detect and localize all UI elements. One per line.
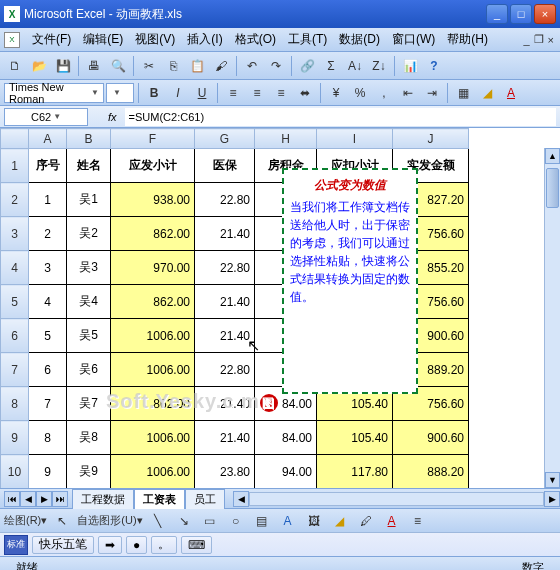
line-button[interactable]: ╲ xyxy=(147,510,169,532)
cell[interactable]: 21.40 xyxy=(195,285,255,319)
sheet-tab[interactable]: 工资表 xyxy=(134,489,185,509)
bold-button[interactable]: B xyxy=(143,82,165,104)
table-header-cell[interactable]: 序号 xyxy=(29,149,67,183)
cell[interactable]: 8 xyxy=(29,421,67,455)
autoshapes-menu[interactable]: 自选图形(U)▾ xyxy=(77,513,142,528)
cell[interactable]: 3 xyxy=(29,251,67,285)
align-right-button[interactable]: ≡ xyxy=(270,82,292,104)
scroll-left-button[interactable]: ◀ xyxy=(233,491,249,507)
table-header-cell[interactable]: 应发小计 xyxy=(111,149,195,183)
tab-next-button[interactable]: ▶ xyxy=(36,491,52,507)
cell[interactable]: 吴1 xyxy=(67,183,111,217)
close-button[interactable]: × xyxy=(534,4,556,24)
cell[interactable]: 94.00 xyxy=(255,455,317,489)
cell[interactable]: 22.80 xyxy=(195,353,255,387)
cell[interactable]: 938.00 xyxy=(111,183,195,217)
select-objects-button[interactable]: ↖ xyxy=(51,510,73,532)
tab-last-button[interactable]: ⏭ xyxy=(52,491,68,507)
cell[interactable]: 吴9 xyxy=(67,455,111,489)
menu-item[interactable]: 插入(I) xyxy=(181,29,228,50)
formula-input[interactable]: =SUM(C2:C61) xyxy=(125,108,556,126)
cell[interactable]: 吴2 xyxy=(67,217,111,251)
merge-center-button[interactable]: ⬌ xyxy=(294,82,316,104)
cell[interactable]: 1006.00 xyxy=(111,353,195,387)
menu-item[interactable]: 编辑(E) xyxy=(77,29,129,50)
menu-item[interactable]: 工具(T) xyxy=(282,29,333,50)
ime-mode-1-icon[interactable]: ➡ xyxy=(98,536,122,554)
hyperlink-button[interactable]: 🔗 xyxy=(296,55,318,77)
print-button[interactable]: 🖶 xyxy=(83,55,105,77)
cell[interactable]: 7 xyxy=(29,387,67,421)
row-header[interactable]: 4 xyxy=(1,251,29,285)
arrow-button[interactable]: ↘ xyxy=(173,510,195,532)
cell[interactable]: 吴8 xyxy=(67,421,111,455)
line-style-button[interactable]: ≡ xyxy=(407,510,429,532)
row-header[interactable]: 10 xyxy=(1,455,29,489)
preview-button[interactable]: 🔍 xyxy=(107,55,129,77)
cell[interactable]: 1006.00 xyxy=(111,455,195,489)
copy-button[interactable]: ⎘ xyxy=(162,55,184,77)
cell[interactable]: 2 xyxy=(29,217,67,251)
align-left-button[interactable]: ≡ xyxy=(222,82,244,104)
column-header[interactable]: J xyxy=(393,129,469,149)
row-header[interactable]: 7 xyxy=(1,353,29,387)
menu-item[interactable]: 视图(V) xyxy=(129,29,181,50)
cell[interactable]: 21.40 xyxy=(195,421,255,455)
select-all-corner[interactable] xyxy=(1,129,29,149)
cell[interactable]: 23.80 xyxy=(195,455,255,489)
cell[interactable]: 117.80 xyxy=(317,455,393,489)
fill-color-button[interactable]: ◢ xyxy=(329,510,351,532)
fx-icon[interactable]: fx xyxy=(108,111,117,123)
mdi-restore-button[interactable]: ❐ xyxy=(534,33,544,46)
cell[interactable]: 6 xyxy=(29,353,67,387)
cell[interactable]: 900.60 xyxy=(393,421,469,455)
menu-item[interactable]: 数据(D) xyxy=(333,29,386,50)
cell[interactable]: 吴5 xyxy=(67,319,111,353)
column-header[interactable]: H xyxy=(255,129,317,149)
font-size-dropdown[interactable]: ▼ xyxy=(106,83,134,103)
row-header[interactable]: 5 xyxy=(1,285,29,319)
ime-mode-3-icon[interactable]: 。 xyxy=(151,536,177,554)
cell[interactable]: 吴3 xyxy=(67,251,111,285)
vertical-scrollbar[interactable]: ▲ ▼ xyxy=(544,148,560,488)
cut-button[interactable]: ✂ xyxy=(138,55,160,77)
column-header[interactable]: I xyxy=(317,129,393,149)
cell[interactable]: 吴7 xyxy=(67,387,111,421)
cell[interactable]: 862.00 xyxy=(111,217,195,251)
row-header[interactable]: 1 xyxy=(1,149,29,183)
menu-item[interactable]: 文件(F) xyxy=(26,29,77,50)
autosum-button[interactable]: Σ xyxy=(320,55,342,77)
undo-button[interactable]: ↶ xyxy=(241,55,263,77)
line-color-button[interactable]: 🖊 xyxy=(355,510,377,532)
sort-asc-button[interactable]: A↓ xyxy=(344,55,366,77)
format-painter-button[interactable]: 🖌 xyxy=(210,55,232,77)
cell[interactable]: 9 xyxy=(29,455,67,489)
cell[interactable]: 5 xyxy=(29,319,67,353)
tab-first-button[interactable]: ⏮ xyxy=(4,491,20,507)
cell[interactable]: 21.40 xyxy=(195,217,255,251)
fill-color-button[interactable]: ◢ xyxy=(476,82,498,104)
font-color-button[interactable]: A xyxy=(500,82,522,104)
clipart-button[interactable]: 🖼 xyxy=(303,510,325,532)
row-header[interactable]: 8 xyxy=(1,387,29,421)
cell[interactable]: 21.40 xyxy=(195,387,255,421)
cell[interactable]: 21.40 xyxy=(195,319,255,353)
wordart-button[interactable]: A xyxy=(277,510,299,532)
cell[interactable]: 22.80 xyxy=(195,183,255,217)
borders-button[interactable]: ▦ xyxy=(452,82,474,104)
save-button[interactable]: 💾 xyxy=(52,55,74,77)
cell[interactable]: 84.00 xyxy=(255,421,317,455)
sheet-tab[interactable]: 工程数据 xyxy=(72,489,134,509)
increase-indent-button[interactable]: ⇥ xyxy=(421,82,443,104)
scroll-track[interactable] xyxy=(545,164,560,472)
name-box[interactable]: C62▼ xyxy=(4,108,88,126)
table-header-cell[interactable]: 姓名 xyxy=(67,149,111,183)
scroll-up-button[interactable]: ▲ xyxy=(545,148,560,164)
scroll-right-button[interactable]: ▶ xyxy=(544,491,560,507)
scroll-track[interactable] xyxy=(249,492,544,506)
align-center-button[interactable]: ≡ xyxy=(246,82,268,104)
comma-button[interactable]: , xyxy=(373,82,395,104)
cell[interactable]: 105.40 xyxy=(317,421,393,455)
percent-button[interactable]: % xyxy=(349,82,371,104)
oval-button[interactable]: ○ xyxy=(225,510,247,532)
